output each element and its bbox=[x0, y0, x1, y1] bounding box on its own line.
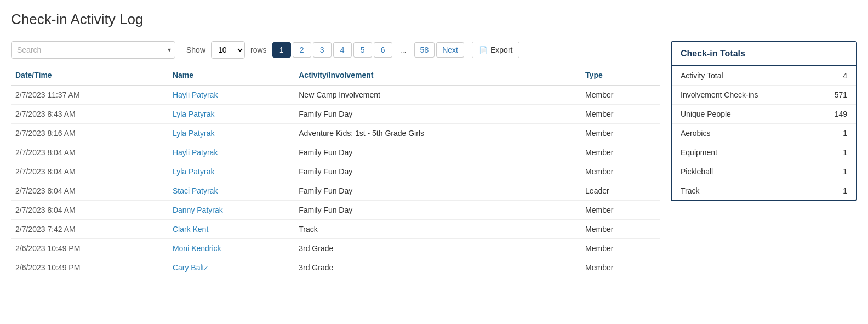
cell-activity: Family Fun Day bbox=[294, 143, 581, 162]
page-button-6[interactable]: 6 bbox=[374, 42, 392, 58]
totals-row: Activity Total 4 bbox=[672, 66, 856, 86]
cell-name: Danny Patyrak bbox=[168, 201, 294, 220]
page-button-3[interactable]: 3 bbox=[313, 42, 332, 58]
next-button[interactable]: Next bbox=[436, 42, 464, 58]
show-label: Show bbox=[186, 46, 205, 54]
cell-activity: 3rd Grade bbox=[294, 258, 581, 277]
totals-item-value: 1 bbox=[843, 148, 847, 157]
cell-name: Lyla Patyrak bbox=[168, 162, 294, 181]
name-link[interactable]: Lyla Patyrak bbox=[173, 129, 215, 138]
table-row: 2/7/2023 8:16 AM Lyla Patyrak Adventure … bbox=[11, 124, 660, 143]
totals-item-value: 1 bbox=[843, 167, 847, 176]
page-title: Check-in Activity Log bbox=[11, 11, 857, 28]
cell-date: 2/7/2023 11:37 AM bbox=[11, 86, 168, 105]
table-row: 2/6/2023 10:49 PM Moni Kendrick 3rd Grad… bbox=[11, 239, 660, 258]
table-row: 2/7/2023 11:37 AM Hayli Patyrak New Camp… bbox=[11, 86, 660, 105]
totals-item-value: 1 bbox=[843, 186, 847, 195]
totals-row: Unique People 149 bbox=[672, 105, 856, 124]
page-button-1[interactable]: 1 bbox=[272, 42, 291, 58]
name-link[interactable]: Clark Kent bbox=[173, 225, 208, 234]
col-header-activity: Activity/Involvement bbox=[294, 65, 581, 86]
page-button-2[interactable]: 2 bbox=[293, 42, 311, 58]
rows-label: rows bbox=[250, 46, 267, 54]
name-link[interactable]: Hayli Patyrak bbox=[173, 90, 218, 99]
page-button-4[interactable]: 4 bbox=[333, 42, 352, 58]
export-label: Export bbox=[490, 46, 512, 54]
cell-date: 2/7/2023 7:42 AM bbox=[11, 220, 168, 239]
totals-item-label: Involvement Check-ins bbox=[681, 90, 758, 99]
col-header-name: Name bbox=[168, 65, 294, 86]
totals-item-label: Pickleball bbox=[681, 167, 713, 176]
cell-activity: Family Fun Day bbox=[294, 105, 581, 124]
totals-item-value: 571 bbox=[835, 90, 847, 99]
cell-type: Member bbox=[581, 258, 660, 277]
cell-date: 2/7/2023 8:16 AM bbox=[11, 124, 168, 143]
cell-activity: 3rd Grade bbox=[294, 239, 581, 258]
checkin-totals-panel: Check-in Totals Activity Total 4 Involve… bbox=[671, 41, 857, 201]
name-link[interactable]: Danny Patyrak bbox=[173, 206, 223, 214]
cell-activity: Family Fun Day bbox=[294, 162, 581, 181]
totals-item-label: Aerobics bbox=[681, 129, 710, 138]
name-link[interactable]: Staci Patyrak bbox=[173, 186, 218, 195]
name-link[interactable]: Hayli Patyrak bbox=[173, 148, 218, 157]
totals-item-value: 1 bbox=[843, 129, 847, 138]
cell-type: Member bbox=[581, 220, 660, 239]
search-wrapper: ▾ bbox=[11, 41, 175, 59]
cell-type: Member bbox=[581, 239, 660, 258]
cell-type: Member bbox=[581, 105, 660, 124]
totals-item-label: Equipment bbox=[681, 148, 717, 157]
cell-name: Clark Kent bbox=[168, 220, 294, 239]
cell-name: Moni Kendrick bbox=[168, 239, 294, 258]
cell-activity: Adventure Kids: 1st - 5th Grade Girls bbox=[294, 124, 581, 143]
totals-item-label: Track bbox=[681, 186, 699, 195]
totals-item-value: 4 bbox=[843, 71, 847, 80]
cell-type: Member bbox=[581, 124, 660, 143]
totals-row: Aerobics 1 bbox=[672, 124, 856, 143]
table-row: 2/7/2023 8:04 AM Staci Patyrak Family Fu… bbox=[11, 181, 660, 201]
cell-date: 2/7/2023 8:04 AM bbox=[11, 143, 168, 162]
cell-name: Staci Patyrak bbox=[168, 181, 294, 201]
cell-type: Member bbox=[581, 201, 660, 220]
totals-row: Pickleball 1 bbox=[672, 162, 856, 181]
page-button-58[interactable]: 58 bbox=[414, 42, 435, 58]
name-link[interactable]: Moni Kendrick bbox=[173, 244, 221, 253]
totals-item-value: 149 bbox=[835, 110, 847, 118]
table-row: 2/7/2023 7:42 AM Clark Kent Track Member bbox=[11, 220, 660, 239]
totals-item-label: Unique People bbox=[681, 110, 731, 118]
table-row: 2/7/2023 8:04 AM Hayli Patyrak Family Fu… bbox=[11, 143, 660, 162]
search-input[interactable] bbox=[11, 41, 175, 59]
cell-activity: Track bbox=[294, 220, 581, 239]
cell-date: 2/6/2023 10:49 PM bbox=[11, 258, 168, 277]
cell-name: Lyla Patyrak bbox=[168, 105, 294, 124]
cell-type: Member bbox=[581, 162, 660, 181]
cell-name: Hayli Patyrak bbox=[168, 86, 294, 105]
table-row: 2/7/2023 8:04 AM Lyla Patyrak Family Fun… bbox=[11, 162, 660, 181]
export-icon: 📄 bbox=[479, 46, 488, 54]
cell-activity: New Camp Involvement bbox=[294, 86, 581, 105]
table-row: 2/7/2023 8:43 AM Lyla Patyrak Family Fun… bbox=[11, 105, 660, 124]
name-link[interactable]: Lyla Patyrak bbox=[173, 167, 215, 176]
table-row: 2/7/2023 8:04 AM Danny Patyrak Family Fu… bbox=[11, 201, 660, 220]
export-button[interactable]: 📄 Export bbox=[472, 42, 519, 58]
col-header-datetime: Date/Time bbox=[11, 65, 168, 86]
cell-type: Member bbox=[581, 86, 660, 105]
rows-per-page-select[interactable]: 10 25 50 100 bbox=[211, 41, 245, 59]
toolbar: ▾ Show 10 25 50 100 rows 1 2 3 4 5 6 ...… bbox=[11, 41, 660, 59]
cell-date: 2/7/2023 8:04 AM bbox=[11, 162, 168, 181]
activity-table: Date/Time Name Activity/Involvement Type… bbox=[11, 65, 660, 277]
totals-row: Equipment 1 bbox=[672, 143, 856, 162]
cell-name: Lyla Patyrak bbox=[168, 124, 294, 143]
col-header-type: Type bbox=[581, 65, 660, 86]
cell-date: 2/7/2023 8:43 AM bbox=[11, 105, 168, 124]
left-panel: ▾ Show 10 25 50 100 rows 1 2 3 4 5 6 ...… bbox=[11, 41, 660, 277]
cell-name: Cary Baltz bbox=[168, 258, 294, 277]
page-button-5[interactable]: 5 bbox=[353, 42, 372, 58]
cell-type: Member bbox=[581, 143, 660, 162]
cell-activity: Family Fun Day bbox=[294, 201, 581, 220]
cell-activity: Family Fun Day bbox=[294, 181, 581, 201]
name-link[interactable]: Cary Baltz bbox=[173, 263, 208, 272]
totals-row: Involvement Check-ins 571 bbox=[672, 86, 856, 105]
totals-row: Track 1 bbox=[672, 181, 856, 200]
table-header-row: Date/Time Name Activity/Involvement Type bbox=[11, 65, 660, 86]
name-link[interactable]: Lyla Patyrak bbox=[173, 110, 215, 118]
